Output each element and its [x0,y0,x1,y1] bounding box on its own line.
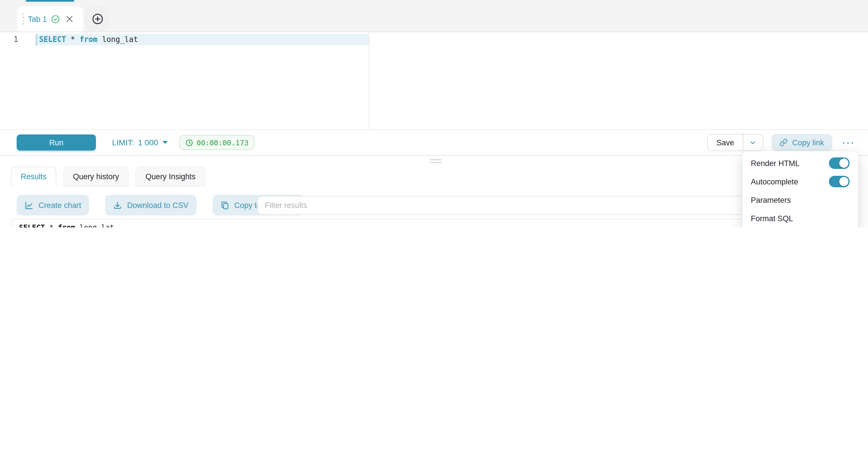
tab-1[interactable]: Tab 1 [17,6,83,32]
run-button[interactable]: Run [17,134,96,151]
sql-editor-app: Tab 1 1 SELECT * from long_lat Run [0,0,868,228]
save-options-button[interactable] [743,134,763,151]
chart-icon [25,201,33,209]
sql-code-editor[interactable]: 1 SELECT * from long_lat [0,32,868,129]
close-tab-icon[interactable] [66,16,73,22]
sql-code-line[interactable]: SELECT * from long_lat [39,34,138,46]
pane-resize-handle[interactable] [430,159,442,165]
save-button-group: Save [707,134,764,151]
tab-drag-handle-icon[interactable] [22,13,24,24]
tab-query-history[interactable]: Query history [63,166,129,187]
caret-down-icon [162,140,168,145]
more-options-menu: Render HTML Autocomplete Parameters Form… [742,151,858,228]
limit-dropdown[interactable]: LIMIT: 1 000 [112,138,168,147]
menu-item-parameters[interactable]: Parameters [745,191,855,209]
editor-tab-bar: Tab 1 [0,0,868,32]
query-timer-badge: 00:00:00.173 [179,135,255,150]
autocomplete-toggle[interactable] [829,176,849,187]
query-toolbar: Run LIMIT: 1 000 00:00:00.173 Save [0,129,868,156]
tab-query-insights[interactable]: Query Insights [136,166,205,187]
link-icon [779,139,787,147]
add-tab-button[interactable] [86,7,109,31]
more-options-button[interactable]: ··· [842,138,855,147]
menu-item-format-sql[interactable]: Format SQL [745,209,855,228]
chevron-down-icon [750,139,756,146]
clock-icon [186,139,193,146]
menu-item-render-html[interactable]: Render HTML [745,154,855,172]
tab-results[interactable]: Results [11,166,56,187]
render-html-toggle[interactable] [829,157,849,169]
save-button[interactable]: Save [708,134,743,151]
menu-item-autocomplete[interactable]: Autocomplete [745,172,855,191]
create-chart-button[interactable]: Create chart [17,195,89,215]
download-csv-button[interactable]: Download to CSV [105,195,196,215]
clipboard-icon [221,201,229,209]
tab-title: Tab 1 [28,14,47,23]
copy-link-button[interactable]: Copy link [772,134,832,151]
download-icon [114,201,122,209]
executed-query-display: SELECT * from long_lat [11,219,855,228]
active-tab-indicator [26,0,74,2]
editor-pane-divider [369,32,369,129]
line-number: 1 [0,34,32,46]
query-success-icon [51,14,59,23]
results-tab-bar: Results Query history Query Insights [11,166,205,187]
